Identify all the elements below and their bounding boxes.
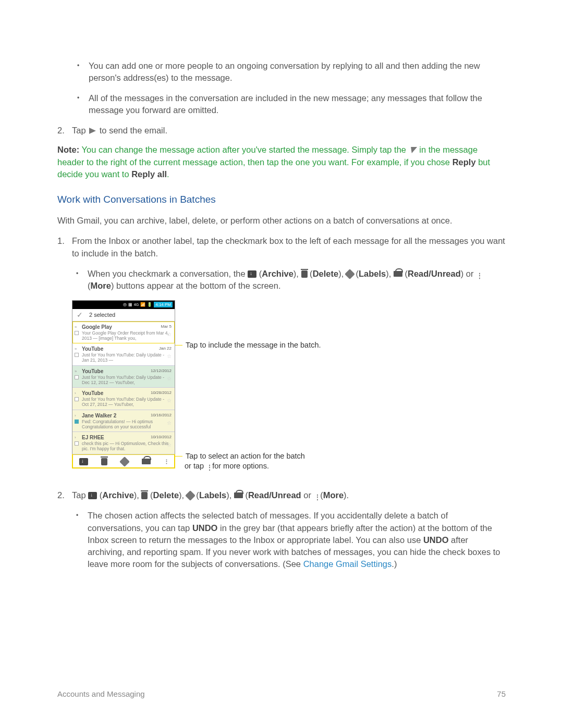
more-icon [164,461,168,463]
footer-page-number: 75 [497,688,506,699]
more-icon [206,466,210,468]
message-row: ›Jane Walker 2Fwd: Congratulations! — Hi… [72,410,175,433]
text: You can change the message action after … [79,145,408,154]
text: ) buttons appear at the bottom of the sc… [111,281,281,290]
bold: Reply all [131,169,167,179]
callout-text: or tap [185,462,206,470]
bold: More [323,490,344,500]
text: .) [391,559,397,569]
message-row: »Google PlayYour Google Play Order Recei… [72,322,175,344]
bold: Reply [452,157,476,167]
bold: Delete [153,490,179,500]
text: ) or [461,269,476,278]
section-intro: With Gmail, you can archive, label, dele… [57,215,506,227]
pencil-icon [408,147,417,153]
text: . [167,169,169,179]
batch-step-1: 1. From the Inbox or another label, tap … [72,235,506,471]
status-bar: ◎▦4G📶🔋4:14 PM [72,301,175,309]
labels-icon [119,456,130,467]
delete-icon [101,458,107,465]
selection-bar: ✓ 2 selected [72,309,175,322]
bold: Read/Unread [408,269,461,278]
send-icon [89,128,96,134]
footer-left: Accounts and Messaging [57,688,145,699]
note-label: Note: [57,145,79,154]
message-row: ›YouTubeJust for You from YouTube: Daily… [72,388,175,410]
archive-icon [79,458,88,465]
text: Tap [72,490,88,500]
bold: UNDO [423,535,449,545]
change-gmail-settings-link[interactable]: Change Gmail Settings [303,559,392,569]
callout-text: Tap to include the message in the batch. [186,341,321,349]
text: or [301,490,314,500]
text: to send the email. [100,126,167,135]
bold: Labels [199,490,226,500]
labels-icon [345,269,355,279]
text: Tap [72,126,88,135]
callout-text: Tap to select an action for the batch [186,452,305,460]
more-icon [314,496,318,498]
bold: Labels [359,269,386,278]
phone-illustration: ◎▦4G📶🔋4:14 PM ✓ 2 selected »Google PlayY… [72,300,506,471]
bold: UNDO [192,523,218,533]
callout-text: for more options. [210,462,269,470]
labels-icon [185,490,195,501]
phone-mock: ◎▦4G📶🔋4:14 PM ✓ 2 selected »Google PlayY… [72,300,175,468]
read-unread-icon [142,459,151,464]
message-row: ›EJ RHEEcheck this pic — Hi Optimuslove,… [72,432,175,454]
status-time: 4:14 PM [154,302,173,307]
delete-icon [141,492,148,499]
bold: Delete [313,269,339,278]
read-unread-icon [234,492,243,498]
bullet-item: All of the messages in the conversation … [89,92,506,116]
text: When you checkmark a conversation, the [88,269,248,278]
batch-step-2: 2. Tap (Archive), (Delete), (Labels), (R… [72,489,506,570]
bold: Archive [262,269,293,278]
archive-icon [248,270,256,278]
message-row: »YouTubeJust for You from YouTube: Daily… [72,366,175,388]
section-heading: Work with Conversations in Batches [57,193,506,207]
bullet-item: You can add one or more people to an ong… [89,60,506,84]
archive-icon [88,492,97,499]
bold: Archive [102,490,134,500]
bold: Read/Unread [248,490,301,500]
bold: More [91,281,111,290]
message-row: »YouTubeJust for You from YouTube: Daily… [72,343,175,366]
read-unread-icon [394,271,402,277]
page-footer: Accounts and Messaging 75 [57,688,506,699]
bottom-action-bar [72,454,175,468]
batch-step2-sub: The chosen action affects the selected b… [88,510,506,570]
selected-count: 2 selected [89,311,115,319]
text: From the Inbox or another label, tap the… [72,236,505,257]
note-block: Note: You can change the message action … [57,144,506,180]
check-icon: ✓ [77,310,83,320]
step-2: 2. Tap to send the email. [72,125,506,137]
batch-sub-bullet: When you checkmark a conversation, the (… [88,268,506,292]
more-icon [476,275,480,277]
delete-icon [301,270,308,278]
callouts: Tap to include the message in the batch.… [175,300,506,471]
